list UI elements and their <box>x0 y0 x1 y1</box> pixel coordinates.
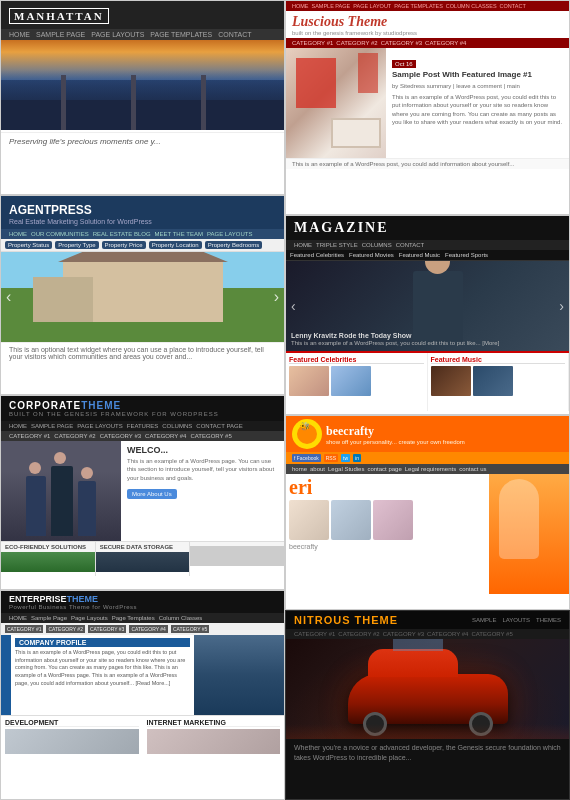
extra-panel <box>190 542 284 576</box>
celebrities-thumbs <box>289 366 424 396</box>
corporate-image <box>1 441 121 541</box>
manhattan-nav-templates[interactable]: PAGE TEMPLATES <box>150 31 212 38</box>
beecrafty-header: 🐝 beecrafty show off your personality...… <box>286 416 569 452</box>
manhattan-theme-preview: MANHATTAN HOME SAMPLE PAGE PAGE LAYOUTS … <box>0 0 285 195</box>
celebrities-title: Featured Celebrities <box>289 356 424 364</box>
nitrous-car-image <box>286 639 569 739</box>
corporate-categories: CATEGORY #1 CATEGORY #2 CATEGORY #3 CATE… <box>1 431 284 441</box>
manhattan-logo: MANHATTAN <box>9 8 109 24</box>
agentpress-header: AGENTPRESS Real Estate Marketing Solutio… <box>1 196 284 229</box>
enterprise-dev-image <box>5 729 139 754</box>
luscious-categories: CATEGORY #1 CATEGORY #2 CATEGORY #3 CATE… <box>286 38 569 48</box>
enterprise-company-title: COMPANY PROFILE <box>15 638 190 647</box>
beecrafty-large-title: eri <box>289 477 486 497</box>
corporate-welcome: WELCO... <box>127 445 278 455</box>
beecrafty-logo-image: 🐝 <box>292 419 322 449</box>
beecrafty-logo-text: beecrafty <box>326 424 465 439</box>
tab-sports[interactable]: Featured Sports <box>445 252 488 258</box>
corporate-more-button[interactable]: More About Us <box>127 489 177 499</box>
music-thumbs <box>431 366 566 396</box>
luscious-theme-preview: HOME SAMPLE PAGE PAGE LAYOUT PAGE TEMPLA… <box>285 0 570 215</box>
magazine-theme-preview: MAGAZINE HOME TRIPLE STYLE COLUMNS CONTA… <box>285 215 570 415</box>
mag-hero-photo: Lenny Kravitz Rode the Today Show This i… <box>286 261 569 351</box>
right-column: HOME SAMPLE PAGE PAGE LAYOUT PAGE TEMPLA… <box>285 0 570 800</box>
mag-next-button[interactable]: › <box>559 298 564 314</box>
car-body <box>348 674 508 724</box>
nitrous-categories: CATEGORY #1 CATEGORY #2 CATEGORY #3 CATE… <box>286 629 569 639</box>
beecrafty-side-image <box>489 474 569 594</box>
luscious-post-text2: This is an example of a WordPress post, … <box>286 158 569 169</box>
manhattan-hero-image <box>1 40 284 130</box>
music-title: Featured Music <box>431 356 566 364</box>
manhattan-nav-layouts[interactable]: PAGE LAYOUTS <box>91 31 144 38</box>
enterprise-nav: HOME Sample Page Page Layouts Page Templ… <box>1 613 284 623</box>
enterprise-marketing-title: INTERNET MARKETING <box>147 719 281 727</box>
enterprise-marketing-image <box>147 729 281 754</box>
enterprise-footer: DEVELOPMENT INTERNET MARKETING <box>1 715 284 757</box>
luscious-post-content: Oct 16 Sample Post With Featured Image #… <box>386 48 569 158</box>
magazine-header: MAGAZINE <box>286 216 569 240</box>
magazine-featured-row: Featured Celebrities Featured Music <box>286 351 569 411</box>
beecrafty-caption-text: beecrafty <box>289 543 486 550</box>
magazine-title: MAGAZINE <box>294 220 561 236</box>
left-column: MANHATTAN HOME SAMPLE PAGE PAGE LAYOUTS … <box>0 0 285 800</box>
nitrous-top-nav: SAMPLE LAYOUTS THEMES <box>472 617 561 623</box>
enterprise-company-text: This is an example of a WordPress page, … <box>15 649 190 687</box>
product-thumb-1[interactable] <box>289 500 329 540</box>
celeb-thumb-1[interactable] <box>289 366 329 396</box>
tab-celebrities[interactable]: Featured Celebrities <box>290 252 344 258</box>
corporate-body: WELCO... This is an example of a WordPre… <box>1 441 284 541</box>
prev-arrow[interactable]: ‹ <box>6 288 11 306</box>
mag-prev-button[interactable]: ‹ <box>291 298 296 314</box>
manhattan-nav-contact[interactable]: CONTACT <box>218 31 251 38</box>
beecrafty-theme-preview: 🐝 beecrafty show off your personality...… <box>285 415 570 610</box>
luscious-post-byline: by Sitedress summary | leave a comment |… <box>392 82 563 90</box>
magazine-featured-tabs: Featured Celebrities Featured Movies Fea… <box>286 250 569 261</box>
nitrous-caption: Whether you're a novice or advanced deve… <box>286 739 569 767</box>
luscious-topbar: HOME SAMPLE PAGE PAGE LAYOUT PAGE TEMPLA… <box>286 1 569 11</box>
product-thumb-2[interactable] <box>331 500 371 540</box>
celeb-thumb-2[interactable] <box>331 366 371 396</box>
magazine-music-section: Featured Music <box>428 353 570 411</box>
luscious-genesis-text: built on the genesis framework by studio… <box>292 30 563 36</box>
rss-button[interactable]: RSS <box>324 454 338 462</box>
agentpress-filters: Property Status Property Type Property P… <box>1 239 284 252</box>
beecrafty-product-grid <box>289 500 486 540</box>
manhattan-nav-sample[interactable]: SAMPLE PAGE <box>36 31 85 38</box>
extra-image <box>190 546 284 566</box>
product-thumb-3[interactable] <box>373 500 413 540</box>
corporate-body-text: This is an example of a WordPress page. … <box>127 457 278 482</box>
manhattan-header: MANHATTAN <box>1 1 284 29</box>
beecrafty-tagline: show off your personality... create your… <box>326 439 465 445</box>
performer-image <box>413 271 463 341</box>
corporate-footer: ECO-FRIENDLY SOLUTIONS SECURE DATA STORA… <box>1 541 284 576</box>
luscious-title-area: Luscious Theme built on the genesis fram… <box>286 11 569 36</box>
tab-music[interactable]: Featured Music <box>399 252 440 258</box>
nitrous-theme-preview: NITROUS THEME SAMPLE LAYOUTS THEMES CATE… <box>285 610 570 800</box>
enterprise-content: COMPANY PROFILE This is an example of a … <box>11 635 194 715</box>
linkedin-button[interactable]: in <box>353 454 361 462</box>
enterprise-image <box>194 635 284 715</box>
enterprise-dev-title: DEVELOPMENT <box>5 719 139 727</box>
enterprise-logo: ENTERPRISETHEME <box>9 594 276 604</box>
corporate-sub: BUILT ON THE GENESIS FRAMEWORK FOR WORDP… <box>9 411 276 417</box>
magazine-nav: HOME TRIPLE STYLE COLUMNS CONTACT <box>286 240 569 250</box>
luscious-body: Oct 16 Sample Post With Featured Image #… <box>286 48 569 158</box>
manhattan-tagline: Preserving life's precious moments one y… <box>1 132 284 150</box>
next-arrow[interactable]: › <box>274 288 279 306</box>
corporate-theme-preview: CORPORATETHEME BUILT ON THE GENESIS FRAM… <box>0 395 285 590</box>
eco-image <box>1 552 95 572</box>
beecrafty-main-content: eri beecrafty <box>286 474 489 594</box>
mag-hero-caption: Lenny Kravitz Rode the Today Show This i… <box>291 332 564 346</box>
agentpress-nav: HOME OUR COMMUNITIES REAL ESTATE BLOG ME… <box>1 229 284 239</box>
beecrafty-body: eri beecrafty <box>286 474 569 594</box>
secure-image <box>96 552 190 572</box>
corporate-logo: CORPORATETHEME <box>9 400 276 411</box>
tab-movies[interactable]: Featured Movies <box>349 252 394 258</box>
twitter-button[interactable]: tw <box>341 454 350 462</box>
music-thumb-1[interactable] <box>431 366 471 396</box>
facebook-button[interactable]: f Facebook <box>292 454 321 462</box>
manhattan-nav-home[interactable]: HOME <box>9 31 30 38</box>
music-thumb-2[interactable] <box>473 366 513 396</box>
secure-panel: SECURE DATA STORAGE <box>96 542 191 576</box>
